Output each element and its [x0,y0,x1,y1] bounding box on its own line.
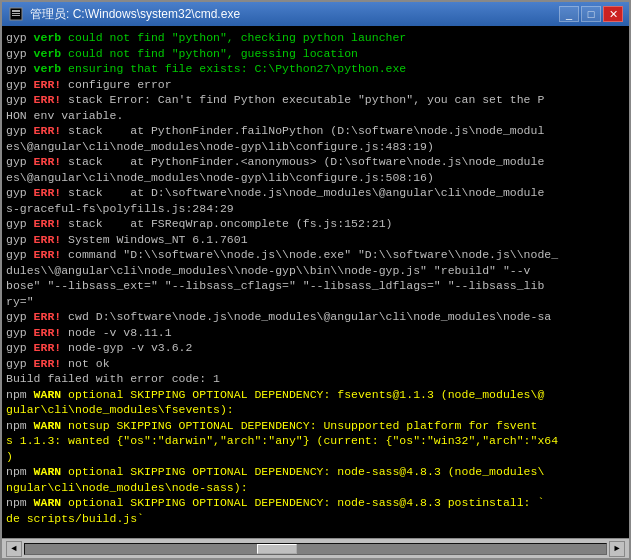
terminal-line: gyp ERR! stack at PythonFinder.<anonymou… [6,154,625,170]
svg-rect-2 [12,13,20,14]
terminal-line: dules\\@angular\cli\node_modules\\node-g… [6,263,625,279]
terminal-line: gyp ERR! node-gyp -v v3.6.2 [6,340,625,356]
scroll-track[interactable] [24,543,607,555]
title-bar: 管理员: C:\Windows\system32\cmd.exe _ □ ✕ [2,2,629,26]
terminal-line: bose" "--libsass_ext=" "--libsass_cflags… [6,278,625,294]
terminal-line: gyp verb could not find "python", checki… [6,30,625,46]
scroll-right-button[interactable]: ► [609,541,625,557]
terminal-line: s-graceful-fs\polyfills.js:284:29 [6,201,625,217]
terminal-line: gular\cli\node_modules\fsevents): [6,402,625,418]
terminal-line: ry=" [6,294,625,310]
title-bar-icon [8,6,24,22]
terminal-line: gyp ERR! cwd D:\software\node.js\node_mo… [6,309,625,325]
maximize-button[interactable]: □ [581,6,601,22]
terminal-line: npm WARN optional SKIPPING OPTIONAL DEPE… [6,464,625,480]
minimize-button[interactable]: _ [559,6,579,22]
terminal-line: Build failed with error code: 1 [6,371,625,387]
scroll-thumb[interactable] [257,544,297,554]
terminal-line: de scripts/build.js` [6,511,625,527]
terminal-line: npm WARN notsup SKIPPING OPTIONAL DEPEND… [6,418,625,434]
horizontal-scrollbar[interactable]: ◄ ► [6,541,625,557]
terminal-line: gyp ERR! stack at PythonFinder.failNoPyt… [6,123,625,139]
terminal: gyp verb could not find "python", checki… [2,26,629,538]
terminal-line: s 1.1.3: wanted {"os":"darwin","arch":"a… [6,433,625,449]
terminal-line: gyp ERR! configure error [6,77,625,93]
terminal-line: gyp ERR! command "D:\\software\\node.js\… [6,247,625,263]
terminal-line: npm WARN optional SKIPPING OPTIONAL DEPE… [6,495,625,511]
terminal-line: ngular\cli\node_modules\node-sass): [6,480,625,496]
terminal-line: gyp ERR! System Windows_NT 6.1.7601 [6,232,625,248]
svg-rect-1 [12,10,20,12]
terminal-line: gyp verb ensuring that file exists: C:\P… [6,61,625,77]
status-bar: ◄ ► [2,538,629,558]
terminal-output: gyp verb could not find "python", checki… [6,30,625,534]
terminal-line: npm WARN optional SKIPPING OPTIONAL DEPE… [6,387,625,403]
terminal-line: gyp ERR! not ok [6,356,625,372]
terminal-line: gyp ERR! stack at FSReqWrap.oncomplete (… [6,216,625,232]
terminal-line: gyp ERR! node -v v8.11.1 [6,325,625,341]
terminal-line: gyp ERR! stack at D:\software\node.js\no… [6,185,625,201]
terminal-line: es\@angular\cli\node_modules\node-gyp\li… [6,139,625,155]
terminal-line: gyp ERR! stack Error: Can't find Python … [6,92,625,108]
terminal-line: es\@angular\cli\node_modules\node-gyp\li… [6,170,625,186]
window-title: 管理员: C:\Windows\system32\cmd.exe [30,6,559,23]
terminal-line: gyp verb could not find "python", guessi… [6,46,625,62]
terminal-line: ) [6,449,625,465]
scroll-left-button[interactable]: ◄ [6,541,22,557]
window: 管理员: C:\Windows\system32\cmd.exe _ □ ✕ g… [0,0,631,560]
close-button[interactable]: ✕ [603,6,623,22]
title-bar-buttons: _ □ ✕ [559,6,623,22]
svg-rect-3 [12,15,20,16]
terminal-line: HON env variable. [6,108,625,124]
